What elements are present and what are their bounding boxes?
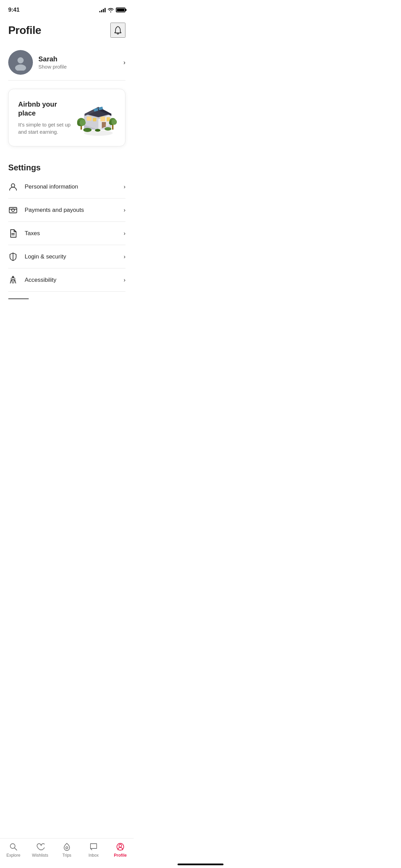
host-card-text: Airbnb your place It's simple to get set… bbox=[18, 100, 77, 135]
settings-section: Settings Personal information › Paym bbox=[0, 155, 134, 305]
svg-point-22 bbox=[105, 127, 111, 131]
profile-divider bbox=[8, 80, 125, 81]
payment-icon bbox=[8, 205, 18, 215]
svg-rect-7 bbox=[87, 117, 92, 121]
avatar-icon bbox=[12, 54, 29, 71]
notifications-button[interactable] bbox=[110, 23, 125, 38]
accessibility-chevron: › bbox=[124, 277, 125, 283]
login-security-label: Login & security bbox=[25, 253, 117, 260]
personal-information-chevron: › bbox=[124, 184, 125, 190]
host-card[interactable]: Airbnb your place It's simple to get set… bbox=[8, 89, 125, 146]
svg-rect-9 bbox=[100, 117, 105, 121]
payments-chevron: › bbox=[124, 207, 125, 213]
svg-rect-8 bbox=[93, 118, 96, 121]
settings-item-personal-information[interactable]: Personal information › bbox=[0, 175, 134, 198]
status-time: 9:41 bbox=[8, 7, 20, 13]
accessibility-label: Accessibility bbox=[25, 277, 117, 284]
avatar bbox=[8, 50, 33, 75]
profile-row[interactable]: Sarah Show profile › bbox=[0, 45, 134, 80]
status-icons bbox=[99, 8, 125, 12]
profile-name: Sarah bbox=[38, 55, 118, 63]
settings-title: Settings bbox=[0, 157, 134, 175]
page-title: Profile bbox=[8, 24, 41, 37]
svg-point-21 bbox=[83, 128, 92, 132]
svg-point-23 bbox=[95, 129, 100, 132]
document-icon bbox=[8, 229, 18, 238]
show-profile-label: Show profile bbox=[38, 64, 118, 70]
svg-point-0 bbox=[17, 57, 24, 63]
svg-point-20 bbox=[111, 119, 117, 125]
svg-point-1 bbox=[15, 64, 26, 71]
settings-item-taxes[interactable]: Taxes › bbox=[0, 222, 134, 245]
settings-item-payments[interactable]: Payments and payouts › bbox=[0, 198, 134, 222]
settings-item-login-security[interactable]: Login & security › bbox=[0, 245, 134, 268]
person-icon bbox=[8, 182, 18, 192]
profile-chevron-icon: › bbox=[123, 59, 125, 66]
settings-item-partial bbox=[0, 292, 134, 305]
shield-icon bbox=[8, 252, 18, 262]
page-header: Profile bbox=[0, 17, 134, 45]
svg-rect-25 bbox=[9, 207, 17, 213]
settings-item-accessibility[interactable]: Accessibility › bbox=[0, 268, 134, 292]
personal-information-label: Personal information bbox=[25, 183, 117, 190]
status-bar: 9:41 bbox=[0, 0, 134, 17]
taxes-label: Taxes bbox=[25, 230, 117, 237]
login-security-chevron: › bbox=[124, 254, 125, 260]
svg-point-16 bbox=[80, 120, 86, 126]
host-card-image bbox=[77, 99, 118, 136]
taxes-chevron: › bbox=[124, 230, 125, 237]
svg-point-12 bbox=[105, 125, 106, 126]
svg-point-30 bbox=[12, 276, 14, 278]
house-svg bbox=[77, 99, 118, 136]
payments-label: Payments and payouts bbox=[25, 207, 117, 214]
battery-icon bbox=[116, 8, 125, 12]
profile-info: Sarah Show profile bbox=[38, 55, 118, 70]
host-card-title: Airbnb your place bbox=[18, 100, 72, 118]
bell-icon bbox=[113, 25, 123, 35]
host-card-subtitle: It's simple to get set up and start earn… bbox=[18, 121, 72, 135]
wifi-icon bbox=[108, 8, 114, 12]
accessibility-icon bbox=[8, 275, 18, 285]
svg-point-24 bbox=[11, 184, 15, 187]
signal-icon bbox=[99, 8, 106, 12]
